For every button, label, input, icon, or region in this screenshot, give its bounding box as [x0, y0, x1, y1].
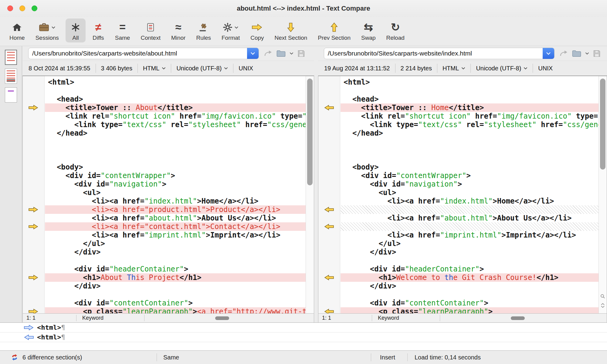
code-line [341, 146, 599, 154]
save-icon[interactable] [593, 49, 601, 58]
toolbar-button-context[interactable]: Context [137, 19, 164, 42]
toolbar-button-prev-section[interactable]: Prev Section [314, 19, 354, 42]
code-line: <html> [341, 78, 599, 86]
left-format-dropdown[interactable]: HTML [143, 65, 166, 72]
diff-arrow-right-icon[interactable] [28, 275, 39, 281]
comparison-mode: Same [163, 351, 179, 364]
session-thumbnail-1[interactable] [5, 50, 17, 65]
right-pane-body: <html> <head> <title>Tower :: Home</titl… [318, 76, 607, 322]
code-line: </head> [45, 129, 306, 137]
left-path-row: /Users/brunobrito/Sites/carparts-website… [22, 46, 314, 61]
toolbar-label: Swap [361, 35, 376, 41]
left-file-pane: /Users/brunobrito/Sites/carparts-website… [22, 46, 314, 322]
diff-arrow-left-icon[interactable] [324, 105, 334, 111]
toolbar-button-next-section[interactable]: Next Section [271, 19, 311, 42]
toolbar-button-swap[interactable]: ⇆Swap [357, 19, 380, 42]
zoom-button[interactable] [32, 5, 37, 11]
traffic-lights [7, 5, 37, 11]
right-code-editor[interactable]: <html> <head> <title>Tower :: Home</titl… [341, 76, 599, 313]
toolbar-button-minor[interactable]: ≈Minor [167, 19, 190, 42]
close-button[interactable] [7, 5, 13, 11]
left-cursor-position: 1: 1 [26, 314, 36, 322]
left-path-dropdown-button[interactable] [247, 48, 259, 59]
right-file-size: 2 214 bytes [401, 65, 432, 72]
left-code-editor[interactable]: <html> <head> <title>Tower :: About</tit… [45, 76, 306, 313]
right-format-dropdown[interactable]: HTML [443, 65, 465, 72]
folder-chevron-icon[interactable] [585, 52, 589, 55]
minimize-button[interactable] [19, 5, 25, 11]
right-line-ending: UNIX [538, 65, 553, 72]
right-path-box: /Users/brunobrito/Sites/carparts-website… [324, 48, 554, 59]
code-line: <div id="contentContainer"> [341, 299, 599, 307]
toolbar-button-all[interactable]: All [66, 19, 86, 42]
window-title: about.html <--> index.html - Text Compar… [237, 5, 370, 12]
sidebar [0, 46, 22, 322]
go-arrow-icon[interactable] [559, 50, 568, 57]
folder-icon[interactable] [572, 50, 582, 57]
code-line: <div id="headerContainer"> [45, 265, 306, 273]
sidebar-thumbnails [0, 50, 22, 103]
code-line: <h1>Welcome to the Git Crash Course!</h1… [341, 273, 599, 282]
right-encoding-dropdown[interactable]: Unicode (UTF-8) [476, 65, 527, 72]
right-file-path-input[interactable]: /Users/brunobrito/Sites/carparts-website… [324, 50, 543, 57]
code-line: <li><a href="about.html">About Us</a></l… [45, 214, 306, 222]
left-vertical-scrollbar[interactable] [306, 76, 314, 313]
right-vertical-scrollbar[interactable] [599, 76, 607, 313]
left-horizontal-scrollbar-thumb[interactable] [215, 316, 229, 320]
toolbar-button-rules[interactable]: Rules [192, 19, 215, 42]
right-file-pane: /Users/brunobrito/Sites/carparts-website… [318, 46, 607, 322]
diff-arrow-left-icon[interactable] [324, 275, 334, 281]
toolbar-label: Minor [171, 35, 186, 41]
save-icon[interactable] [297, 49, 305, 58]
toolbar-button-copy[interactable]: Copy [246, 19, 268, 42]
left-pane-strip: 1: 1 Keyword [23, 313, 314, 322]
toolbar-button-diffs[interactable]: ≠Diffs [88, 19, 108, 42]
toolbar-button-format[interactable]: Format [218, 19, 244, 42]
code-line [45, 256, 306, 265]
code-line: <head> [45, 95, 306, 103]
code-line [45, 137, 306, 146]
go-arrow-icon[interactable] [263, 50, 273, 57]
code-line: <title>Tower :: About</title> [45, 103, 306, 112]
magnifier-icon[interactable] [600, 294, 605, 300]
right-path-dropdown-button[interactable] [543, 48, 554, 59]
reload-icon: ↻ [389, 20, 402, 34]
diffs-icon: ≠ [92, 20, 104, 34]
left-scrollbar-thumb[interactable] [307, 79, 313, 185]
copy-icon [251, 20, 263, 34]
folder-chevron-icon[interactable] [290, 52, 293, 55]
diff-arrow-right-icon[interactable] [28, 207, 39, 213]
code-line: </head> [341, 129, 599, 137]
code-line: <p class="learnParagraph"> [341, 307, 599, 313]
left-encoding-dropdown[interactable]: Unicode (UTF-8) [176, 65, 228, 72]
context-icon [144, 20, 157, 34]
folder-icon[interactable] [276, 50, 286, 57]
toolbar-button-same[interactable]: =Same [111, 19, 134, 42]
right-syntax-mode: Keyword [378, 314, 399, 322]
toolbar-button-reload[interactable]: ↻Reload [382, 19, 409, 42]
chevron-down-icon [250, 52, 255, 55]
right-code-lines: <html> <head> <title>Tower :: Home</titl… [341, 76, 599, 313]
diff-arrow-right-icon[interactable] [28, 224, 39, 230]
toolbar-button-sessions[interactable]: Sessions [32, 19, 63, 42]
diff-arrow-left-icon[interactable] [324, 207, 334, 213]
toolbar-label: Reload [386, 35, 405, 41]
code-line [341, 154, 599, 163]
session-thumbnail-2[interactable] [5, 69, 17, 84]
minor-icon: ≈ [172, 20, 185, 34]
toolbar-label: Sessions [36, 35, 59, 41]
session-thumbnail-3[interactable] [5, 87, 17, 103]
code-line [341, 86, 599, 95]
left-gutter [23, 76, 45, 313]
right-scrollbar-thumb[interactable] [600, 79, 605, 170]
diff-arrow-left-icon[interactable] [324, 224, 334, 230]
toolbar-label: Format [222, 35, 240, 41]
left-file-path-input[interactable]: /Users/brunobrito/Sites/carparts-website… [29, 50, 247, 57]
code-line: <html> [45, 78, 306, 86]
scroll-jump-icon[interactable] [601, 303, 605, 309]
diff-arrow-right-icon[interactable] [28, 105, 39, 111]
rules-icon [198, 20, 210, 34]
right-horizontal-scrollbar-thumb[interactable] [511, 316, 525, 320]
toolbar-button-home[interactable]: Home [5, 19, 29, 42]
code-line: <div id="navigation"> [341, 180, 599, 188]
